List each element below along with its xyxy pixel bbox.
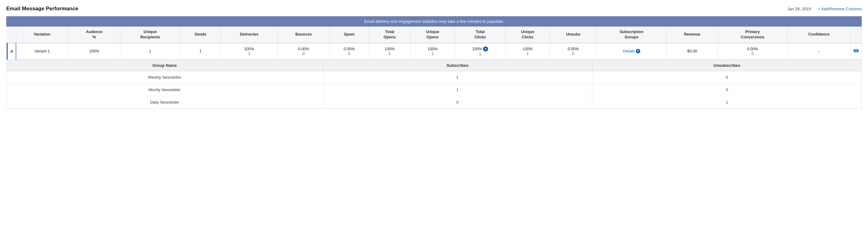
- spam-two-line: 0.00% 0: [332, 47, 366, 56]
- col-header-revenue: Revenue: [666, 27, 718, 43]
- sub-cell-subscribes-1: 1: [323, 71, 592, 84]
- col-header-primary-conversions: PrimaryConversions: [718, 27, 787, 43]
- col-header-audience-pct: Audence%: [68, 27, 120, 43]
- unsubs-top: 0.00%: [568, 47, 579, 51]
- col-header-letter: [7, 27, 16, 43]
- cell-actions[interactable]: [851, 43, 862, 60]
- cell-total-clicks: 100% ▼ 1: [455, 43, 505, 60]
- col-header-deliveries: Deliveries: [221, 27, 278, 43]
- notice-bar: Email delivery and engagement statistics…: [6, 16, 862, 27]
- primary-conversions-two-line: 0.00% 0: [720, 47, 784, 56]
- cell-revenue: $0.00: [666, 43, 718, 60]
- cell-letter: A: [7, 43, 16, 60]
- sub-col-header-group-name: Group Name: [6, 60, 323, 71]
- date-label: Jan 28, 2019: [787, 6, 811, 11]
- spam-top: 0.00%: [344, 47, 354, 51]
- bounces-two-line: 0.00% 0: [280, 47, 327, 56]
- total-opens-two-line: 100% 2: [372, 47, 408, 56]
- total-clicks-top-row: 100% ▼: [472, 46, 488, 52]
- primary-conversions-top: 0.00%: [747, 47, 758, 51]
- sub-table-row: Weekly Newsletter 1 0: [6, 71, 862, 84]
- deliveries-top: 100%: [244, 47, 254, 51]
- cell-unique-clicks: 100% 1: [505, 43, 550, 60]
- add-remove-columns-button[interactable]: + Add/Remove Columns: [818, 6, 862, 11]
- total-opens-bottom: 2: [389, 52, 391, 56]
- page-container: Email Message Performance Jan 28, 2019 +…: [0, 0, 868, 109]
- total-clicks-top: 100%: [472, 47, 482, 51]
- sub-table-wrapper: Group Name Subscribes Unsubscribes Weekl…: [6, 60, 862, 109]
- unsubs-two-line: 0.00% 0: [552, 47, 594, 56]
- unique-opens-top: 100%: [428, 47, 438, 51]
- details-link[interactable]: Details ▼: [623, 49, 640, 54]
- col-header-actions: [851, 27, 862, 43]
- chevron-down-icon: ▼: [636, 49, 640, 54]
- main-table-wrapper: Variation Audence% UniqueRecipients Send…: [6, 27, 862, 60]
- col-header-total-opens: TotalOpens: [369, 27, 410, 43]
- sub-table: Group Name Subscribes Unsubscribes Weekl…: [6, 60, 862, 108]
- sub-cell-group-name-3: Daily Newsletter: [6, 96, 323, 108]
- col-header-unique-opens: UniqueOpens: [410, 27, 455, 43]
- cell-total-opens: 100% 2: [369, 43, 410, 60]
- col-header-sends: Sends: [180, 27, 221, 43]
- table-row: A Variant 1 100% 1 1 100% 1 0.00%: [7, 43, 862, 60]
- sub-cell-group-name-1: Weekly Newsletter: [6, 71, 323, 84]
- cell-bounces: 0.00% 0: [277, 43, 330, 60]
- main-table-header-row: Variation Audence% UniqueRecipients Send…: [7, 27, 862, 43]
- sub-table-row: Montly Newsletter 1 0: [6, 84, 862, 96]
- spam-bottom: 0: [348, 52, 350, 56]
- bounces-bottom: 0: [303, 52, 305, 56]
- deliveries-two-line: 100% 1: [223, 47, 275, 56]
- sub-cell-unsubscribes-2: 0: [592, 84, 862, 96]
- total-clicks-expand-icon[interactable]: ▼: [483, 46, 488, 52]
- cell-unique-opens: 100% 1: [410, 43, 455, 60]
- sub-table-row: Daily Newsletter 0 1: [6, 96, 862, 108]
- cell-sends: 1: [180, 43, 221, 60]
- cell-variation: Variant 1: [16, 43, 68, 60]
- total-clicks-two-line: 100% ▼ 1: [458, 46, 503, 56]
- col-header-unique-recipients: UniqueRecipients: [120, 27, 180, 43]
- sub-cell-subscribes-2: 1: [323, 84, 592, 96]
- header-right: Jan 28, 2019 + Add/Remove Columns: [787, 6, 862, 11]
- cell-confidence: --: [787, 43, 850, 60]
- sub-cell-group-name-2: Montly Newsletter: [6, 84, 323, 96]
- col-header-unique-clicks: UniqueClicks: [505, 27, 550, 43]
- cell-unique-recipients: 1: [120, 43, 180, 60]
- col-header-total-clicks: TotalClicks: [455, 27, 505, 43]
- sub-cell-subscribes-3: 0: [323, 96, 592, 108]
- total-opens-top: 100%: [384, 47, 395, 51]
- unique-opens-bottom: 1: [432, 52, 434, 56]
- cell-deliveries: 100% 1: [221, 43, 278, 60]
- main-table: Variation Audence% UniqueRecipients Send…: [6, 27, 862, 60]
- col-header-unsubs: Unsubs: [550, 27, 597, 43]
- col-header-spam: Spam: [330, 27, 369, 43]
- unique-clicks-two-line: 100% 1: [508, 47, 547, 56]
- unique-clicks-top: 100%: [523, 47, 533, 51]
- unique-clicks-bottom: 1: [526, 52, 529, 56]
- sub-col-header-unsubscribes: Unsubscribes: [592, 60, 862, 71]
- bounces-top: 0.00%: [298, 47, 309, 51]
- cell-subscription-groups[interactable]: Details ▼: [597, 43, 666, 60]
- sub-col-header-subscribes: Subscribes: [323, 60, 592, 71]
- col-header-bounces: Bounces: [277, 27, 330, 43]
- cell-primary-conversions: 0.00% 0: [718, 43, 787, 60]
- total-clicks-bottom: 1: [479, 52, 481, 56]
- unsubs-bottom: 0: [572, 52, 574, 56]
- page-title: Email Message Performance: [6, 6, 79, 12]
- eye-icon[interactable]: [853, 48, 859, 54]
- col-header-confidence: Confidence: [787, 27, 850, 43]
- deliveries-bottom: 1: [248, 52, 250, 56]
- cell-spam: 0.00% 0: [330, 43, 369, 60]
- sub-table-header-row: Group Name Subscribes Unsubscribes: [6, 60, 862, 71]
- primary-conversions-bottom: 0: [751, 52, 754, 56]
- col-header-subscription-groups: SubscriptionGroups: [597, 27, 666, 43]
- sub-cell-unsubscribes-1: 0: [592, 71, 862, 84]
- header-row: Email Message Performance Jan 28, 2019 +…: [6, 6, 862, 12]
- sub-cell-unsubscribes-3: 1: [592, 96, 862, 108]
- cell-unsubs: 0.00% 0: [550, 43, 597, 60]
- cell-audience-pct: 100%: [68, 43, 120, 60]
- col-header-variation: Variation: [16, 27, 68, 43]
- notice-text: Email delivery and engagement statistics…: [364, 19, 504, 24]
- unique-opens-two-line: 100% 1: [413, 47, 452, 56]
